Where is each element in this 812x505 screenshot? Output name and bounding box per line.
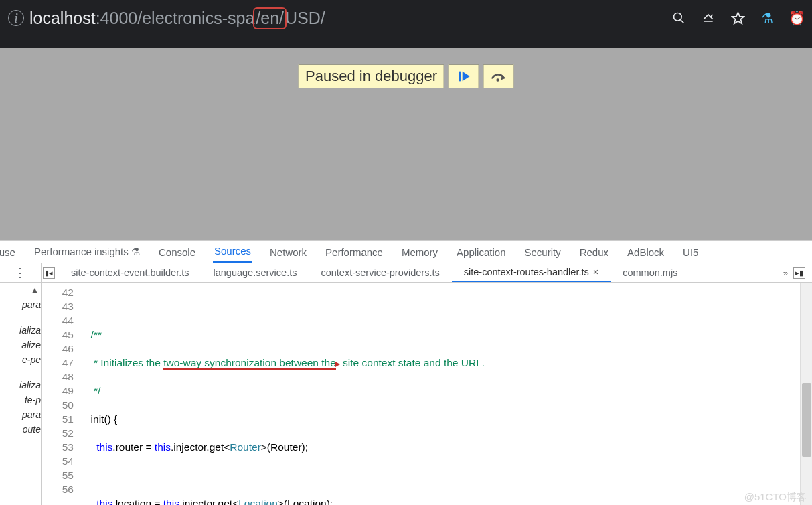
devtools-tab-adblock[interactable]: AdBlock xyxy=(626,242,665,263)
devtools-tab-ui5[interactable]: UI5 xyxy=(681,242,700,263)
browser-address-bar: i localhost :4000/electronics-spa /en/ U… xyxy=(0,0,812,48)
debugger-paused-banner: Paused in debugger xyxy=(298,64,514,88)
devtools-tab-memory[interactable]: Memory xyxy=(400,242,439,263)
devtools-tab-sources[interactable]: Sources xyxy=(213,240,252,263)
scrollbar-thumb[interactable] xyxy=(802,383,811,457)
toggle-debugger-icon[interactable]: ▸▮ xyxy=(793,267,805,279)
url-path-2: USD/ xyxy=(285,10,325,27)
devtools-navigator-pane[interactable]: ⋮ ▲ para ializa alize e-pe ializa te-p p… xyxy=(0,263,42,505)
file-tab-bar: ▮◂ site-context-event.builder.ts languag… xyxy=(42,263,812,283)
devtools-tab-application[interactable]: Application xyxy=(455,242,507,263)
search-icon[interactable] xyxy=(671,11,686,25)
file-tab[interactable]: common.mjs xyxy=(611,264,689,281)
file-tab[interactable]: site-context-event.builder.ts xyxy=(59,264,201,281)
navigator-file-list: para ializa alize e-pe ializa te-p para … xyxy=(0,283,41,437)
source-code-lines: /** * Initializes the two-way synchroniz… xyxy=(78,283,812,505)
navigator-item[interactable]: te-p xyxy=(0,392,41,407)
devtools-tab-bar: house Performance insights ⚗ Console Sou… xyxy=(0,241,812,263)
more-options-icon[interactable]: ⋮ xyxy=(14,265,27,280)
navigator-item[interactable]: ializa xyxy=(0,378,41,392)
devtools-tab-security[interactable]: Security xyxy=(523,242,562,263)
svg-point-0 xyxy=(674,13,682,21)
line-number-gutter: 424344454647484950515253545556 xyxy=(42,283,78,505)
url-host: localhost xyxy=(29,10,96,27)
devtools-tab-performance[interactable]: Performance xyxy=(324,242,384,263)
more-tabs-icon[interactable]: » xyxy=(783,268,788,278)
navigator-item[interactable]: para xyxy=(0,297,41,312)
scroll-up-icon[interactable]: ▲ xyxy=(31,285,39,295)
file-tab[interactable]: language.service.ts xyxy=(201,264,309,281)
svg-rect-3 xyxy=(459,72,462,82)
svg-line-1 xyxy=(681,20,684,23)
svg-marker-2 xyxy=(732,12,744,23)
url-highlighted-segment: /en/ xyxy=(253,7,287,29)
devtools-tab-redux[interactable]: Redux xyxy=(578,242,610,263)
extension-icon-1[interactable]: ⚗ xyxy=(760,11,775,25)
vertical-scrollbar[interactable] xyxy=(800,283,812,505)
file-tab[interactable]: context-service-providers.ts xyxy=(309,264,451,281)
navigator-item[interactable]: e-pe xyxy=(0,352,41,367)
devtools-tab-network[interactable]: Network xyxy=(268,242,308,263)
devtools-tab-lighthouse[interactable]: house xyxy=(0,242,17,263)
toggle-navigator-icon[interactable]: ▮◂ xyxy=(43,267,55,279)
site-info-icon[interactable]: i xyxy=(8,10,24,26)
file-tab-active[interactable]: site-context-routes-handler.ts× xyxy=(452,263,611,282)
beaker-icon: ⚗ xyxy=(131,246,140,257)
navigator-item[interactable]: oute xyxy=(0,422,41,437)
debugger-paused-label: Paused in debugger xyxy=(298,64,444,88)
share-icon[interactable] xyxy=(701,11,716,25)
navigator-item[interactable]: alize xyxy=(0,338,41,352)
svg-point-6 xyxy=(497,78,500,82)
url-path-1: :4000/electronics-spa xyxy=(96,10,255,27)
url-display[interactable]: localhost :4000/electronics-spa /en/ USD… xyxy=(29,7,325,29)
devtools-panel: house Performance insights ⚗ Console Sou… xyxy=(0,240,812,505)
devtools-tab-console[interactable]: Console xyxy=(157,242,197,263)
devtools-tab-performance-insights[interactable]: Performance insights ⚗ xyxy=(33,241,141,263)
bookmark-star-icon[interactable] xyxy=(730,11,745,25)
close-tab-icon[interactable]: × xyxy=(593,267,598,277)
debugger-step-over-button[interactable] xyxy=(483,64,514,88)
extension-icon-2[interactable]: ⏰ xyxy=(789,11,804,25)
source-code-editor[interactable]: 424344454647484950515253545556 /** * Ini… xyxy=(42,283,812,505)
navigator-item[interactable]: para xyxy=(0,407,41,422)
navigator-item[interactable]: ializa xyxy=(0,323,41,338)
svg-marker-4 xyxy=(463,72,470,82)
page-content-area: Paused in debugger xyxy=(0,48,812,240)
debugger-resume-button[interactable] xyxy=(449,64,479,88)
